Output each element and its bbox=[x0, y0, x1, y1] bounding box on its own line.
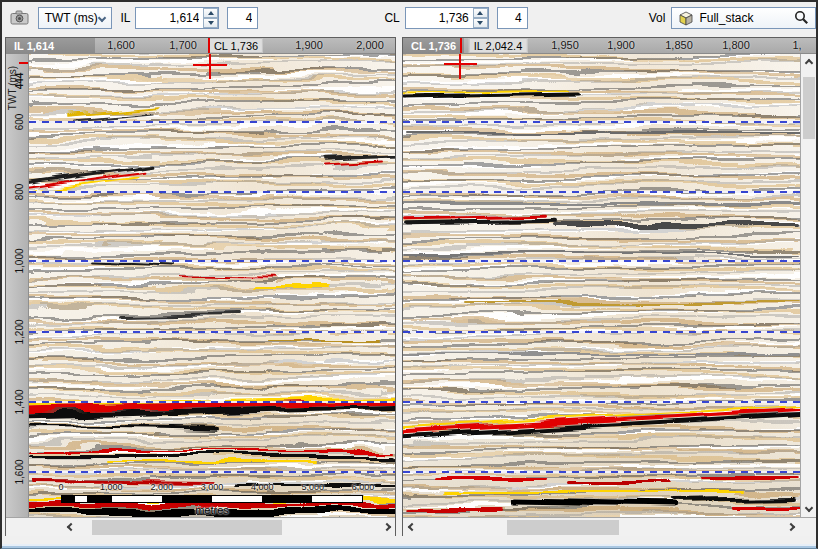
scroll-up-button[interactable] bbox=[804, 58, 814, 68]
seismic-reflector bbox=[179, 275, 274, 279]
chevron-up-icon bbox=[805, 59, 813, 67]
seismic-reflector bbox=[671, 495, 796, 501]
seismic-reflector bbox=[463, 302, 800, 304]
crosshair-position-label: CL 1,736 bbox=[209, 38, 263, 53]
horizon-gridline bbox=[29, 471, 395, 473]
horizontal-scrollbar-right-panel[interactable] bbox=[403, 517, 800, 537]
spin-down-icon bbox=[208, 21, 214, 25]
spin-down-icon bbox=[477, 21, 483, 25]
seismic-image bbox=[29, 54, 395, 517]
seismic-reflector bbox=[568, 482, 668, 485]
cl-spin-down-button[interactable] bbox=[473, 18, 488, 28]
horizon-gridline bbox=[29, 401, 395, 403]
scroll-right-button[interactable] bbox=[382, 522, 392, 532]
scroll-left-button[interactable] bbox=[407, 522, 417, 532]
horizon-gridline bbox=[403, 121, 800, 123]
seismic-reflector bbox=[403, 252, 800, 254]
cl-spin-up-button[interactable] bbox=[473, 8, 488, 18]
horizontal-scrollbar-left-panel[interactable] bbox=[6, 517, 395, 537]
scalebar-tick-label: 1,000 bbox=[100, 482, 123, 492]
seismic-reflector bbox=[433, 478, 548, 481]
crosshair-vertical bbox=[459, 54, 461, 79]
chevron-down-icon bbox=[805, 504, 813, 512]
axis-tick-label: 1,600 bbox=[107, 39, 135, 51]
scroll-left-button[interactable] bbox=[66, 522, 76, 532]
scalebar-tick-label: 5,000 bbox=[301, 482, 324, 492]
scroll-down-button[interactable] bbox=[804, 503, 814, 513]
seismic-reflector bbox=[109, 460, 319, 462]
crosshair-header-line bbox=[460, 38, 462, 53]
scrollbar-thumb[interactable] bbox=[507, 520, 619, 535]
axis-tick-label: 2,000 bbox=[356, 39, 384, 51]
crosshair-horizontal bbox=[444, 63, 477, 65]
scrollbar-corner bbox=[800, 517, 817, 537]
domain-select[interactable]: TWT (ms) bbox=[38, 7, 113, 29]
seismic-reflector bbox=[29, 423, 219, 430]
seismic-reflectors bbox=[29, 54, 395, 517]
crosshair-position-label: IL 2,042.4 bbox=[469, 38, 528, 53]
chevron-left-icon bbox=[67, 523, 75, 531]
twt-tick-label: 800 bbox=[14, 184, 25, 201]
scalebar-tick-label: 4,000 bbox=[251, 482, 274, 492]
axis-tick-label: 1,900 bbox=[607, 39, 635, 51]
toolbar: TWT (ms) IL CL Vol bbox=[2, 2, 816, 33]
search-icon[interactable] bbox=[794, 10, 809, 25]
seismic-reflector bbox=[511, 499, 676, 509]
camera-icon bbox=[10, 10, 29, 25]
cl-spinner bbox=[473, 8, 488, 28]
twt-tick-label: 1,000 bbox=[14, 248, 25, 273]
scrollbar-thumb[interactable] bbox=[803, 77, 815, 139]
il-spinner bbox=[203, 8, 218, 28]
scrollbar-thumb[interactable] bbox=[92, 520, 282, 535]
scalebar-segment bbox=[312, 496, 362, 502]
vertical-scrollbar[interactable] bbox=[800, 54, 817, 517]
crosshair-twt-label: 444 bbox=[14, 73, 25, 90]
scalebar-segment bbox=[212, 496, 262, 502]
horizon-gridline bbox=[403, 191, 800, 193]
scalebar-unit: metres bbox=[195, 504, 229, 516]
horizon-gridline bbox=[403, 260, 800, 262]
twt-tick-label: 1,600 bbox=[14, 459, 25, 484]
crossline-seismic-view[interactable] bbox=[403, 54, 800, 517]
seismic-reflector bbox=[322, 162, 384, 167]
vol-label: Vol bbox=[649, 11, 666, 25]
volume-select-value: Full_stack bbox=[699, 11, 789, 25]
scalebar-tick-label: 2,000 bbox=[150, 482, 173, 492]
il-spin-down-button[interactable] bbox=[203, 18, 218, 28]
inline-seismic-view[interactable]: metres 01,0002,0003,0004,0005,0006,000 bbox=[29, 54, 395, 517]
il-spin-up-button[interactable] bbox=[203, 8, 218, 18]
domain-select-value: TWT (ms) bbox=[45, 11, 98, 25]
cl-step-input[interactable] bbox=[497, 7, 528, 29]
scroll-right-button[interactable] bbox=[786, 522, 796, 532]
seismic-reflector bbox=[731, 504, 800, 507]
twt-tick-label: 600 bbox=[14, 114, 25, 131]
horizon-gridline bbox=[29, 121, 395, 123]
crossline-header-axis: CL 1,736 IL 2,042.41,9501,9001,8501,8001… bbox=[403, 38, 817, 54]
horizon-gridline bbox=[403, 331, 800, 333]
snapshot-camera-button[interactable] bbox=[7, 6, 32, 30]
cl-label: CL bbox=[384, 11, 399, 25]
il-field bbox=[135, 7, 219, 29]
volume-select[interactable]: Full_stack bbox=[671, 7, 816, 29]
seismic-reflector bbox=[553, 224, 800, 227]
scalebar-segment bbox=[262, 496, 312, 502]
spin-up-icon bbox=[477, 11, 483, 15]
axis-tick-label: 1,700 bbox=[169, 39, 197, 51]
axis-tick-label: 1,850 bbox=[665, 39, 693, 51]
window-bottom-edge bbox=[2, 536, 816, 548]
il-step-input[interactable] bbox=[227, 7, 258, 29]
crosshair-horizontal bbox=[193, 64, 227, 66]
inline-header-axis: IL 1,614 1,6001,700CL 1,7361,9002,000 bbox=[6, 38, 395, 54]
scalebar: metres 01,0002,0003,0004,0005,0006,000 bbox=[61, 482, 363, 516]
twt-tick-label: 1,200 bbox=[14, 319, 25, 344]
seismic-reflector bbox=[443, 491, 743, 493]
crosshair-vertical bbox=[209, 54, 211, 79]
axis-tick-label: 1,800 bbox=[722, 39, 750, 51]
scalebar-segment bbox=[87, 496, 112, 502]
app-window: TWT (ms) IL CL Vol bbox=[0, 0, 818, 549]
scalebar-segment bbox=[162, 496, 212, 502]
scalebar-tick-label: 0 bbox=[58, 482, 63, 492]
seismic-reflector bbox=[269, 339, 379, 341]
il-label: IL bbox=[120, 11, 130, 25]
cl-field bbox=[405, 7, 489, 29]
